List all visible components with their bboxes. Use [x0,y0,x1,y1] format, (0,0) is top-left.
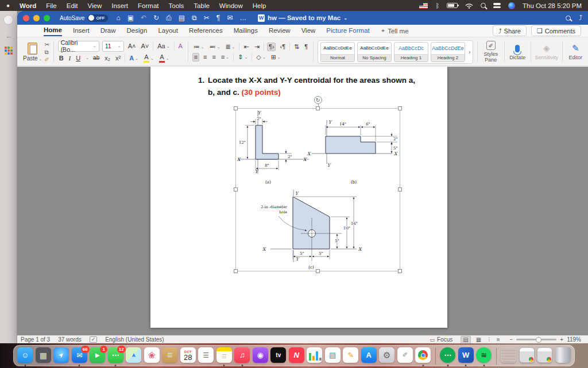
settings-dock-icon[interactable]: ⚙ [379,347,394,366]
clear-formatting-button[interactable]: A [177,43,184,50]
italic-button[interactable]: I [68,55,72,62]
resize-handle-nw[interactable] [234,106,238,110]
mail-icon[interactable]: ✉ [227,14,233,22]
redo-icon[interactable]: ↻ [153,14,159,22]
document-title[interactable]: W hw — Saved to my Mac ⌄ [258,14,347,22]
paste-button[interactable]: Paste⌄ [23,43,42,62]
menu-format[interactable]: Format [138,2,158,9]
font-color-button[interactable]: A⌄ [158,53,171,63]
zoom-slider[interactable] [516,339,556,340]
align-left-button[interactable]: ≡ [192,53,199,62]
selected-figure-image[interactable]: ↻ [235,108,400,271]
outline-view-button[interactable]: ⫶ [486,336,492,343]
sort-button[interactable]: ⇅ [293,43,300,51]
resize-handle-w[interactable] [234,187,238,191]
style-normal[interactable]: AaBbCcDdEeNormal [320,42,355,62]
bullets-button[interactable]: ≔⌄ [192,43,206,51]
undo-icon[interactable]: ↶ [141,14,146,22]
siri-icon[interactable] [508,2,515,9]
highlight-color-button[interactable]: A⌄ [142,53,155,63]
rtl-paragraph-button[interactable]: ‹¶ [278,43,287,51]
resize-handle-se[interactable] [398,269,402,273]
tell-me-button[interactable]: ✦ Tell me [381,28,409,34]
zoom-percentage[interactable]: 119% [567,336,581,343]
resize-handle-e[interactable] [398,187,402,191]
cut-icon[interactable]: ✂ [204,14,210,22]
document-canvas[interactable]: 1. Locate the X-X and Y-Y centroidal for… [17,67,588,335]
finder-dock-icon[interactable]: ☺ [17,347,33,366]
titlebar-search-icon[interactable] [566,16,571,21]
tab-layout[interactable]: Layout [158,26,178,36]
proofing-status-icon[interactable]: ✓ [90,336,98,343]
resize-handle-ne[interactable] [398,106,402,110]
web-layout-view-button[interactable]: ▦ [474,336,483,343]
zoom-out-button[interactable]: − [509,336,513,343]
cut-button[interactable]: ✂ [44,41,49,48]
mail-dock-icon[interactable]: ✉66 [72,347,87,366]
window-thumb-1-dock-icon[interactable] [519,347,535,366]
tab-review[interactable]: Review [269,26,291,36]
underline-button[interactable]: U [75,55,82,62]
photos-dock-icon[interactable]: ❀ [144,347,160,366]
rotate-handle[interactable]: ↻ [314,96,322,104]
bold-button[interactable]: B [58,55,65,62]
tab-design[interactable]: Design [127,26,148,36]
music-dock-icon[interactable]: ♫ [234,347,250,366]
more-commands-icon[interactable]: … [239,14,246,22]
hangouts-dock-icon[interactable]: ⋯ [440,347,455,366]
bluetooth-icon[interactable]: ᛒ [435,2,439,9]
menu-app-name[interactable]: Word [20,2,36,9]
numbering-button[interactable]: ≕⌄ [208,43,222,51]
tab-view[interactable]: View [301,26,316,36]
font-size-select[interactable]: 11⌄ [102,41,124,52]
ltr-paragraph-button[interactable]: ¶› [267,43,276,51]
superscript-button[interactable]: x² [114,55,122,62]
borders-button[interactable]: ⊞⌄ [270,53,282,61]
comments-button[interactable]: ❑Comments [531,25,581,36]
style-no-spacing[interactable]: AaBbCcDdEeNo Spacing [357,42,392,62]
draft-view-button[interactable]: ≡ [495,336,502,343]
minimize-window-button[interactable] [33,15,40,21]
apple-menu-icon[interactable]: ● [6,2,10,9]
tab-insert[interactable]: Insert [73,26,90,36]
align-right-button[interactable]: ≡ [211,53,216,61]
styles-pane-button[interactable]: ✐ Styles Pane [482,40,500,63]
print-layout-view-button[interactable]: ▤ [461,336,470,344]
home-icon[interactable]: ⌂ [116,14,120,22]
menubar-clock[interactable]: Thu Oct 28 5:20 PM [523,2,582,9]
font-name-select[interactable]: Calibri (Bo...⌄ [58,41,99,52]
text-effects-button[interactable]: A⌄ [128,55,140,62]
zoom-slider-knob[interactable] [536,337,541,343]
shrink-font-button[interactable]: A˅ [140,43,150,50]
align-center-button[interactable]: ≡ [202,53,208,61]
grow-font-button[interactable]: A˄ [127,43,137,50]
doc-page[interactable]: 1. Locate the X-X and Y-Y centroidal for… [150,67,447,328]
keynote-dock-icon[interactable]: ▤ [325,347,341,366]
titlebar-share-icon[interactable]: ⤴ [579,14,582,22]
word-count[interactable]: 37 words [58,336,82,343]
autosave-toggle[interactable]: AutoSave OFF [60,14,108,22]
dictate-button[interactable]: Dictate [508,40,527,63]
copy-button[interactable]: ⧉ [44,49,49,55]
menu-window[interactable]: Window [219,2,243,9]
subscript-button[interactable]: x₂ [103,55,111,62]
downloads-stack-dock-icon[interactable] [501,347,516,366]
copy-icon[interactable]: ⧉ [192,14,197,22]
spotlight-search-icon[interactable] [481,3,486,8]
sensitivity-button[interactable]: ◈ Sensitivity [535,40,558,63]
show-marks-button[interactable]: ¶ [303,43,309,51]
calendar-dock-icon[interactable]: OCT28 [180,347,196,366]
style-heading-1[interactable]: AaBbCcDcHeading 1 [394,42,428,62]
tab-home[interactable]: Home [44,25,62,36]
menu-file[interactable]: File [46,2,57,9]
styles-gallery-more-icon[interactable]: › [467,49,471,55]
multilevel-list-button[interactable]: ≣⌄ [224,43,236,51]
chrome-dock-icon[interactable] [415,347,431,366]
print-icon[interactable]: ⎙ [166,14,172,22]
style-heading-2[interactable]: AaBbCcDdEeHeading 2 [431,42,465,62]
tab-draw[interactable]: Draw [100,26,116,36]
tab-mailings[interactable]: Mailings [234,26,258,36]
resize-handle-s[interactable] [316,269,320,273]
tab-picture-format[interactable]: Picture Format [326,26,369,36]
share-button[interactable]: ⤴Share [493,25,527,36]
